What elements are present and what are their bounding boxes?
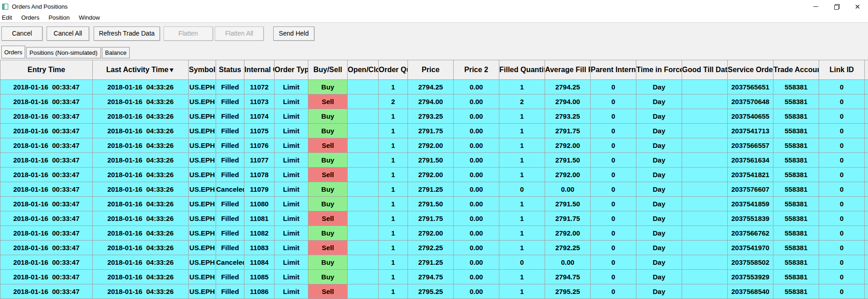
table-cell[interactable]: US.EPH <box>189 153 216 168</box>
table-cell[interactable]: Filled <box>216 138 244 153</box>
table-cell[interactable]: 1 <box>379 153 408 168</box>
table-cell[interactable]: 2018-01-16 04:33:26 <box>93 255 189 270</box>
menu-window[interactable]: Window <box>74 13 104 22</box>
table-cell[interactable] <box>348 124 379 138</box>
table-cell[interactable]: 0.00 <box>454 270 499 284</box>
table-cell[interactable]: 2037541713 <box>728 124 773 138</box>
table-cell[interactable]: 0.00 <box>454 211 499 226</box>
table-cell[interactable]: 11078 <box>244 168 275 182</box>
send-held-button[interactable]: Send Held <box>273 26 314 41</box>
table-cell[interactable]: 1 <box>379 284 408 299</box>
table-cell[interactable]: 2792.25 <box>408 241 454 255</box>
table-cell[interactable]: 1 <box>499 197 545 211</box>
table-cell[interactable]: 0 <box>819 138 865 153</box>
table-cell[interactable]: 2792.25 <box>545 241 591 255</box>
table-cell[interactable]: 2037568540 <box>728 284 773 299</box>
table-cell[interactable]: 11077 <box>244 153 275 168</box>
table-cell[interactable]: 2037541970 <box>728 241 773 255</box>
table-cell[interactable] <box>348 168 379 182</box>
table-cell[interactable]: 558381 <box>773 270 819 284</box>
table-cell[interactable]: 2792.00 <box>545 226 591 241</box>
table-cell[interactable]: 0 <box>591 211 636 226</box>
table-cell[interactable]: 1 <box>379 80 408 94</box>
table-cell[interactable]: 11084 <box>244 255 275 270</box>
table-cell[interactable]: 1 <box>499 284 545 299</box>
table-cell[interactable]: 0.00 <box>454 197 499 211</box>
cancel-all-button[interactable]: Cancel All <box>47 26 89 41</box>
table-cell[interactable]: 2018-01-16 00:33:47 <box>0 109 93 124</box>
table-cell[interactable]: Limit <box>275 138 308 153</box>
table-cell[interactable]: 2018-01-16 04:33:26 <box>93 138 189 153</box>
table-cell[interactable]: 558381 <box>773 109 819 124</box>
table-cell[interactable]: 1 <box>379 182 408 197</box>
table-cell[interactable]: 0 <box>591 153 636 168</box>
table-cell[interactable]: Day <box>636 197 682 211</box>
table-cell[interactable]: 2795.25 <box>545 284 591 299</box>
column-header[interactable]: Link ID <box>819 60 865 80</box>
table-cell[interactable]: US.EPH <box>189 168 216 182</box>
table-cell[interactable]: Filled <box>216 284 244 299</box>
table-cell[interactable]: Day <box>636 211 682 226</box>
table-cell[interactable]: 2793.25 <box>545 109 591 124</box>
table-cell[interactable]: 2037541859 <box>728 197 773 211</box>
table-cell[interactable] <box>682 211 728 226</box>
table-cell[interactable]: 2018-01-16 00:33:47 <box>0 284 93 299</box>
table-cell[interactable] <box>348 94 379 109</box>
table-cell[interactable]: Limit <box>275 80 308 94</box>
table-cell[interactable]: Limit <box>275 182 308 197</box>
refresh-trade-data-button[interactable]: Refresh Trade Data <box>94 26 160 41</box>
cancel-button[interactable]: Cancel <box>1 26 42 41</box>
table-cell[interactable]: Limit <box>275 197 308 211</box>
table-cell[interactable]: 2037558502 <box>728 255 773 270</box>
table-cell[interactable] <box>348 182 379 197</box>
table-cell[interactable]: 558381 <box>773 94 819 109</box>
column-header[interactable]: Average Fill Price <box>545 60 591 80</box>
table-cell[interactable]: 558381 <box>773 284 819 299</box>
table-cell[interactable]: 1 <box>499 124 545 138</box>
table-cell[interactable]: 1 <box>379 211 408 226</box>
menu-edit[interactable]: Edit <box>0 13 16 22</box>
table-cell[interactable] <box>682 197 728 211</box>
table-cell[interactable]: 11072 <box>244 80 275 94</box>
table-cell[interactable]: 2018-01-16 04:33:26 <box>93 80 189 94</box>
table-cell[interactable]: Day <box>636 153 682 168</box>
table-cell[interactable]: 2018-01-16 00:33:47 <box>0 80 93 94</box>
table-cell[interactable]: 0 <box>819 270 865 284</box>
column-header[interactable]: Parent Internal Order ID <box>591 60 636 80</box>
close-button[interactable]: ✕ <box>847 0 868 13</box>
table-cell[interactable] <box>348 211 379 226</box>
table-cell[interactable]: Day <box>636 226 682 241</box>
table-cell[interactable]: Limit <box>275 284 308 299</box>
menu-orders[interactable]: Orders <box>16 13 44 22</box>
table-cell[interactable] <box>348 109 379 124</box>
table-cell[interactable]: 0 <box>819 168 865 182</box>
table-cell[interactable]: 0.00 <box>454 124 499 138</box>
table-cell[interactable]: US.EPH <box>189 241 216 255</box>
table-cell[interactable]: 2037576607 <box>728 182 773 197</box>
table-cell[interactable]: Limit <box>275 153 308 168</box>
table-cell[interactable]: Filled <box>216 94 244 109</box>
table-cell[interactable]: Filled <box>216 270 244 284</box>
table-cell[interactable]: 0 <box>591 284 636 299</box>
table-cell[interactable]: US.EPH <box>189 270 216 284</box>
table-cell[interactable]: 2 <box>499 94 545 109</box>
table-cell[interactable]: 558381 <box>773 197 819 211</box>
table-cell[interactable]: Buy <box>308 255 348 270</box>
table-cell[interactable] <box>348 197 379 211</box>
table-cell[interactable]: US.EPH <box>189 211 216 226</box>
table-cell[interactable]: 2037566557 <box>728 138 773 153</box>
tab-balance[interactable]: Balance <box>102 47 130 58</box>
table-cell[interactable]: Filled <box>216 109 244 124</box>
table-cell[interactable]: 1 <box>499 80 545 94</box>
table-cell[interactable]: Day <box>636 284 682 299</box>
table-cell[interactable]: Limit <box>275 94 308 109</box>
table-cell[interactable]: 2791.75 <box>545 124 591 138</box>
table-cell[interactable] <box>682 226 728 241</box>
table-cell[interactable]: 2791.75 <box>408 124 454 138</box>
column-header[interactable]: Filled Quantity <box>499 60 545 80</box>
table-cell[interactable]: Day <box>636 255 682 270</box>
table-cell[interactable]: US.EPH <box>189 138 216 153</box>
table-cell[interactable]: US.EPH <box>189 124 216 138</box>
table-cell[interactable]: 0 <box>591 138 636 153</box>
table-cell[interactable] <box>682 153 728 168</box>
